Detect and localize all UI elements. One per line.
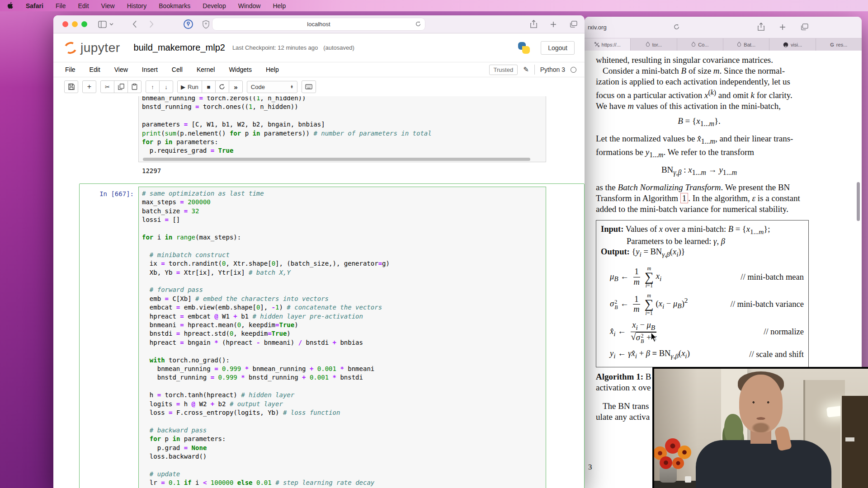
- menu-item-bookmarks[interactable]: Bookmarks: [159, 2, 190, 9]
- jupyter-menu-help[interactable]: Help: [266, 66, 279, 73]
- autosave-status: (autosaved): [323, 44, 354, 51]
- horizontal-scrollbar[interactable]: [142, 157, 546, 162]
- algorithm-step: μB ← 1mm∑i=1xi// mini-batch mean: [601, 266, 804, 289]
- forward-icon[interactable]: [149, 20, 154, 28]
- code-line: # update: [142, 470, 546, 479]
- browser-tab-1[interactable]: https://...: [585, 38, 630, 51]
- menu-item-view[interactable]: View: [101, 2, 115, 9]
- reload-icon[interactable]: [415, 21, 421, 27]
- webcam-door: [840, 396, 868, 488]
- webcam-video-overlay: [652, 367, 868, 488]
- menu-item-develop[interactable]: Develop: [203, 2, 226, 9]
- url-text[interactable]: rxiv.org: [588, 24, 607, 31]
- save-button[interactable]: [64, 80, 78, 93]
- cut-cell-button[interactable]: ✂: [100, 80, 114, 93]
- code-line: h = torch.tanh(hpreact) # hidden layer: [142, 391, 546, 399]
- back-icon[interactable]: [132, 20, 137, 28]
- restart-kernel-button[interactable]: [215, 80, 229, 93]
- interrupt-kernel-button[interactable]: ■: [202, 80, 216, 93]
- kernel-name: Python 3: [540, 66, 565, 73]
- menu-item-edit[interactable]: Edit: [78, 2, 89, 9]
- jupyter-menu-edit[interactable]: Edit: [90, 66, 100, 73]
- notebook-area[interactable]: bnmean_running = torch.zeros((1, n_hidde…: [53, 96, 585, 488]
- cell-input-area[interactable]: # same optimization as last timemax_step…: [138, 187, 546, 488]
- jupyter-toolbar: + ✂ ↑ ↓ ▶Run ■ » Code ▲▼: [53, 77, 585, 96]
- safari-window-jupyter[interactable]: localhost jupyter build_makemore_mlp2 La…: [53, 15, 585, 488]
- menu-item-file[interactable]: File: [56, 2, 66, 9]
- jupyter-menu-file[interactable]: File: [65, 66, 75, 73]
- browser-tab-4[interactable]: Bat...: [723, 38, 769, 51]
- menu-item-window[interactable]: Window: [238, 2, 261, 9]
- paste-cell-button[interactable]: [127, 80, 142, 93]
- cell-type-dropdown[interactable]: Code ▲▼: [247, 81, 297, 93]
- algorithm-step: σ2B ← 1mm∑i=1(xi − μB)2// mini-batch var…: [601, 293, 804, 316]
- browser-tab-2[interactable]: tor...: [630, 38, 676, 51]
- jupyter-menu-kernel[interactable]: Kernel: [197, 66, 215, 73]
- shield-extension-icon[interactable]: [202, 20, 210, 29]
- flame-icon: [737, 42, 741, 47]
- jupyter-menu-widgets[interactable]: Widgets: [229, 66, 252, 73]
- run-cell-button[interactable]: ▶Run: [177, 80, 202, 93]
- browser-tab-3[interactable]: Co...: [677, 38, 723, 51]
- paper-paragraph: Consider a mini-batch B of size m. Since…: [596, 66, 802, 112]
- onepassword-icon[interactable]: [184, 19, 193, 29]
- tab-overview-icon[interactable]: [800, 23, 808, 31]
- zoom-window-button[interactable]: [81, 21, 87, 27]
- jupyter-menu-insert[interactable]: Insert: [142, 66, 158, 73]
- webcam-flowers: [652, 436, 694, 473]
- menu-item-history[interactable]: History: [127, 2, 147, 9]
- share-icon[interactable]: [530, 20, 538, 28]
- new-tab-icon[interactable]: [779, 23, 786, 31]
- close-window-button[interactable]: [62, 21, 68, 27]
- chevron-down-icon[interactable]: [109, 23, 113, 26]
- code-line: [142, 417, 546, 426]
- scrollbar-thumb[interactable]: [857, 182, 860, 221]
- code-line: [142, 461, 546, 469]
- jupyter-logo-icon[interactable]: [63, 41, 78, 55]
- code-line: hpreact = bngain * (hpreact - bnmeani) /…: [142, 338, 546, 347]
- copy-cell-button[interactable]: [114, 80, 128, 93]
- browser-tab-6[interactable]: Gres...: [816, 38, 862, 51]
- jupyter-menu-view[interactable]: View: [114, 66, 128, 73]
- code-cell-2-selected[interactable]: In [667]: # same optimization as last ti…: [79, 183, 585, 488]
- code-line: bnstd_running = torch.ones((1, n_hidden)…: [142, 103, 546, 111]
- code-line: hpreact = embcat @ W1 + b1 # hidden laye…: [142, 312, 546, 321]
- output-text: 12297: [138, 165, 161, 176]
- code-cell-1[interactable]: bnmean_running = torch.zeros((1, n_hidde…: [80, 96, 585, 162]
- tab-bar: https://...tor...Co...Bat...visi...Gres.…: [585, 38, 862, 51]
- add-cell-button[interactable]: +: [82, 80, 96, 93]
- notebook-title[interactable]: build_makemore_mlp2: [134, 42, 225, 53]
- webcam-person-body: [696, 440, 831, 488]
- menu-item-help[interactable]: Help: [273, 2, 286, 9]
- webcam-cup: [685, 476, 691, 483]
- algorithm-input: Input: Values of x over a mini-batch: B …: [601, 224, 804, 247]
- scrollbar-thumb[interactable]: [143, 158, 530, 161]
- code-line: bnmean_running = 0.999 * bnmean_running …: [142, 365, 546, 373]
- tab-overview-icon[interactable]: [569, 20, 577, 28]
- code-line: [142, 242, 546, 250]
- pencil-icon[interactable]: ✎: [523, 66, 529, 74]
- restart-run-all-button[interactable]: »: [229, 80, 243, 93]
- address-bar[interactable]: localhost: [212, 18, 425, 30]
- code-line: parameters = [C, W1, b1, W2, b2, bngain,…: [142, 120, 546, 129]
- jupyter-logo-text[interactable]: jupyter: [80, 41, 120, 55]
- logout-button[interactable]: Logout: [541, 41, 575, 55]
- code-line: loss = F.cross_entropy(logits, Yb) # los…: [142, 408, 546, 417]
- tab-label: Bat...: [744, 42, 755, 47]
- reload-icon[interactable]: [673, 23, 680, 30]
- minimize-window-button[interactable]: [72, 21, 78, 27]
- code-line: bnmean_running = torch.zeros((1, n_hidde…: [142, 96, 546, 103]
- browser-tab-5[interactable]: visi...: [769, 38, 815, 51]
- apple-menu-icon[interactable]: [7, 2, 14, 9]
- code-line: p.grad = None: [142, 444, 546, 452]
- cell-input-area[interactable]: bnmean_running = torch.zeros((1, n_hidde…: [138, 96, 546, 162]
- command-palette-button[interactable]: [302, 80, 316, 93]
- sidebar-icon[interactable]: [98, 21, 107, 28]
- new-tab-icon[interactable]: [550, 20, 557, 28]
- github-icon: [783, 42, 788, 47]
- menu-item-safari[interactable]: Safari: [26, 2, 43, 9]
- jupyter-menu-cell[interactable]: Cell: [172, 66, 183, 73]
- move-cell-up-button[interactable]: ↑: [146, 80, 160, 93]
- share-icon[interactable]: [757, 23, 765, 31]
- move-cell-down-button[interactable]: ↓: [159, 80, 173, 93]
